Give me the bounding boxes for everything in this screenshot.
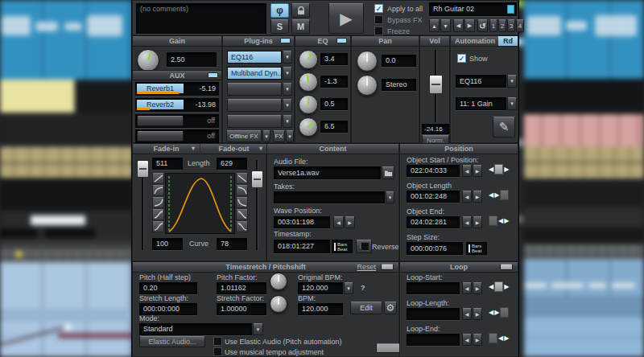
automation-mode-tab[interactable]: Rd (498, 36, 518, 46)
pan-value-field[interactable]: 0.0 (382, 55, 416, 67)
eq-band-3-knob[interactable] (299, 95, 318, 114)
preset-2-button[interactable]: 2 (498, 19, 506, 32)
original-bpm-field[interactable]: 120.000 (298, 282, 343, 294)
aux-send-name-button[interactable] (137, 131, 184, 142)
reset-link[interactable]: Reset (357, 262, 376, 272)
eq-band-4-knob[interactable] (299, 117, 318, 137)
loop-start-icon[interactable]: ◀▶ (489, 281, 509, 292)
plugin-slot-4-dropdown[interactable]: ▾ (283, 99, 292, 112)
preset-1-button[interactable]: 1 (489, 19, 497, 32)
loop-end-decrement[interactable]: ◀ (462, 334, 472, 346)
bpm-field[interactable]: 120.000 (298, 303, 343, 315)
offline-fx-button[interactable]: Offline FX (226, 130, 262, 142)
object-start-field[interactable]: 022:04:033 (407, 165, 460, 177)
move-end-icon[interactable]: ◀▶ (489, 215, 509, 226)
preset-4-button[interactable]: 4 (516, 19, 524, 32)
wave-position-decrement[interactable]: ◀ (333, 216, 344, 228)
aux-send-name-button[interactable] (137, 116, 184, 126)
step-size-format-display[interactable]: BarsBeat (466, 242, 487, 255)
play-button[interactable]: ▶ (328, 3, 364, 34)
use-musical-tempo-checkbox[interactable] (213, 347, 222, 356)
automation-plugin-select[interactable]: EQ116 (456, 75, 506, 88)
move-object-icon[interactable]: ◀▶ (489, 164, 509, 174)
eq-band-1-value[interactable]: 3.4 (320, 53, 348, 65)
phase-button[interactable]: φ (270, 3, 289, 18)
comments-box[interactable]: (no comments) (136, 3, 266, 34)
loop-length-icon[interactable]: ◀▶ (489, 307, 509, 318)
elastic-audio-button[interactable]: Elastic Audio... (139, 336, 205, 347)
original-bpm-dropdown[interactable]: ▾ (344, 282, 353, 294)
object-end-field[interactable]: 024:02:281 (407, 216, 460, 228)
fade-out-curve-cosine-button[interactable] (236, 221, 248, 232)
stereo-mode-knob[interactable] (357, 75, 378, 96)
object-end-decrement[interactable]: ◀ (462, 216, 472, 228)
undo-button[interactable]: ↺ (477, 19, 488, 32)
takes-dropdown[interactable]: ▾ (386, 191, 394, 203)
loop-end-field[interactable] (407, 334, 460, 346)
eq-band-1-knob[interactable] (299, 50, 318, 69)
loop-start-decrement[interactable]: ◀ (462, 282, 472, 294)
plugin-slot-1[interactable]: EQ116 (227, 51, 282, 64)
bpm-edit-button[interactable]: Edit (350, 302, 382, 314)
object-end-increment[interactable]: ▶ (473, 216, 482, 228)
loop-start-increment[interactable]: ▶ (473, 282, 482, 294)
wave-position-field[interactable]: 003:01:198 (274, 216, 330, 228)
fade-in-curve-scurve-button[interactable] (152, 209, 164, 220)
eq-indicator[interactable] (336, 38, 347, 43)
plugin-slot-1-dropdown[interactable]: ▾ (283, 51, 292, 64)
automation-parameter-dropdown[interactable]: ▾ (507, 97, 517, 110)
browse-file-button[interactable] (382, 166, 394, 179)
fade-in-length-field[interactable]: 511 (152, 158, 183, 170)
fade-out-header[interactable]: Fade-out▾ (200, 144, 267, 154)
stretch-length-icon[interactable]: ◀▶ (489, 190, 509, 200)
bpm-edit-settings-button[interactable]: ⚙ (384, 302, 397, 314)
loop-length-increment[interactable]: ▶ (473, 308, 482, 320)
wave-position-increment[interactable]: ▶ (345, 216, 355, 228)
aux-indicator[interactable] (208, 72, 218, 78)
fade-out-curve-exp-button[interactable] (236, 197, 248, 208)
pitch-field[interactable]: 0.20 (139, 282, 197, 294)
pitch-factor-field[interactable]: 1.01162 (217, 282, 266, 294)
loop-end-increment[interactable]: ▶ (473, 334, 482, 346)
lock-button[interactable] (291, 3, 310, 18)
fade-out-curve-scurve-button[interactable] (236, 209, 248, 220)
stretch-length-field[interactable]: 000:00:000 (139, 303, 197, 315)
loop-length-field[interactable] (407, 308, 460, 320)
stretch-factor-field[interactable]: 1.00000 (217, 303, 266, 315)
object-up-button[interactable]: ▲ (429, 19, 440, 32)
pan-knob[interactable] (357, 51, 378, 72)
object-next-button[interactable]: ▶ (464, 19, 475, 32)
offline-fx-dropdown[interactable]: ▾ (262, 130, 270, 142)
aux-send-level-bar[interactable] (137, 108, 150, 110)
eq-band-3-value[interactable]: 0.5 (320, 98, 348, 110)
solo-button[interactable]: S (270, 19, 289, 34)
fade-in-curve-cosine-button[interactable] (152, 221, 164, 232)
plugins-indicator[interactable] (280, 38, 291, 43)
gain-value-field[interactable]: 2.50 (167, 52, 217, 67)
plugin-slot-3-dropdown[interactable]: ▾ (283, 83, 292, 96)
fade-in-curve-field[interactable]: 100 (152, 238, 183, 250)
apply-to-all-checkbox[interactable]: ✓ (374, 4, 383, 13)
plugin-slot-4[interactable] (227, 99, 282, 112)
mute-button[interactable]: M (291, 19, 310, 34)
fade-out-length-field[interactable]: 629 (217, 158, 247, 170)
audio-file-field[interactable]: Verse1a.wav (274, 166, 381, 179)
object-start-increment[interactable]: ▶ (473, 165, 482, 177)
fade-out-slider-handle[interactable] (251, 170, 263, 188)
fade-in-curve-exp-button[interactable] (152, 197, 164, 208)
object-name-field[interactable]: Rh Guitar 02 (429, 2, 517, 16)
bpm-help-link[interactable]: ? (361, 284, 365, 293)
automation-show-checkbox[interactable]: ✓ (457, 54, 466, 63)
plugin-slot-2-dropdown[interactable]: ▾ (283, 67, 292, 80)
timestretch-misc-button[interactable] (376, 343, 402, 353)
fx-button[interactable]: FX (273, 130, 285, 142)
eq-band-4-value[interactable]: 6.5 (320, 121, 348, 133)
stretch-knob[interactable] (270, 295, 287, 313)
object-prev-button[interactable]: ◀ (453, 19, 464, 32)
preset-3-button[interactable]: 3 (507, 19, 515, 32)
loop-indicator-button[interactable] (500, 264, 513, 270)
object-down-button[interactable]: ▼ (440, 19, 451, 32)
stereo-mode-field[interactable]: Stereo (382, 79, 416, 91)
timestretch-indicator-button[interactable] (381, 264, 394, 270)
fade-in-slider-handle[interactable] (137, 160, 149, 178)
